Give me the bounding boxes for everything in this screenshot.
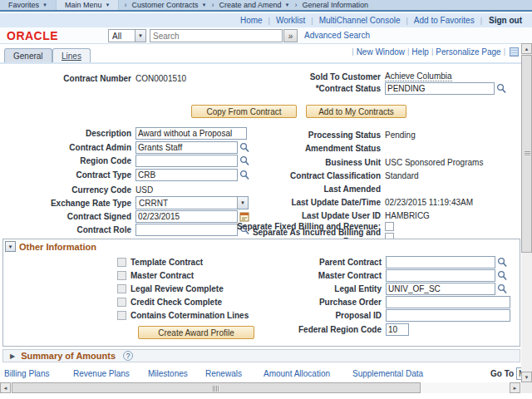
lookup-icon[interactable] bbox=[497, 270, 507, 281]
summary-of-amounts-title[interactable]: Summary of Amounts bbox=[21, 351, 116, 361]
add-to-favorites-link[interactable]: Add to Favorites bbox=[414, 16, 475, 25]
proposal-id-input[interactable] bbox=[386, 309, 510, 322]
last-update-datetime-value: 02/23/2015 11:19:43AM bbox=[385, 198, 473, 207]
scroll-up-button[interactable]: ▲ bbox=[521, 43, 532, 54]
separator: | bbox=[407, 47, 409, 56]
search-go-button[interactable]: » bbox=[283, 29, 298, 42]
help-link[interactable]: Help bbox=[411, 47, 429, 57]
favorites-label: Favorites bbox=[8, 1, 39, 9]
credit-check-complete-checkbox[interactable] bbox=[117, 298, 126, 307]
processing-status-row: Processing Status Pending bbox=[214, 128, 522, 141]
legal-entity-input[interactable] bbox=[386, 283, 495, 295]
breadcrumb: Favorites ▼ Main Menu ▼ › Customer Contr… bbox=[0, 0, 532, 12]
separator: | bbox=[352, 47, 353, 56]
contract-number-value: CON0001510 bbox=[135, 74, 186, 83]
tab-lines[interactable]: Lines bbox=[52, 48, 91, 62]
create-and-amend-label: Create and Amend bbox=[219, 1, 281, 9]
scroll-down-button[interactable]: ▼ bbox=[521, 372, 532, 382]
scroll-right-button[interactable]: ► bbox=[510, 382, 520, 393]
legal-review-complete-checkbox[interactable] bbox=[117, 284, 126, 293]
legal-entity-row: Legal Entity bbox=[215, 282, 507, 295]
breadcrumb-create-and-amend[interactable]: Create and Amend ▼ bbox=[219, 1, 289, 9]
federal-region-code-input[interactable] bbox=[386, 323, 409, 336]
help-icon[interactable]: ? bbox=[123, 351, 133, 361]
scrollbar-grip bbox=[525, 151, 530, 156]
header-links-bar: Home | Worklist | MultiChannel Console |… bbox=[0, 13, 532, 27]
tab-general[interactable]: General bbox=[4, 48, 52, 62]
search-scope-select[interactable]: All ▼ bbox=[108, 29, 146, 42]
chevron-down-icon[interactable]: ▼ bbox=[135, 30, 145, 42]
sign-out-link[interactable]: Sign out bbox=[489, 16, 522, 25]
last-update-datetime-label: Last Update Date/Time bbox=[214, 198, 381, 207]
billing-plans-link[interactable]: Billing Plans bbox=[4, 369, 49, 378]
supplemental-data-link[interactable]: Supplemental Data bbox=[352, 369, 423, 378]
last-amended-row: Last Amended bbox=[214, 182, 522, 195]
revenue-plans-link[interactable]: Revenue Plans bbox=[73, 369, 130, 378]
horizontal-scrollbar-thumb[interactable] bbox=[12, 382, 421, 393]
federal-region-code-row: Federal Region Code bbox=[215, 323, 409, 336]
business-unit-value: USC Sponsored Programs bbox=[385, 158, 483, 167]
description-label: Description bbox=[0, 129, 131, 138]
contract-status-label: *Contract Status bbox=[214, 84, 381, 93]
vertical-scrollbar-thumb[interactable] bbox=[521, 55, 532, 253]
horizontal-scrollbar[interactable]: ◄ ► bbox=[0, 382, 521, 393]
proposal-id-label: Proposal ID bbox=[215, 311, 382, 320]
breadcrumb-favorites[interactable]: Favorites ▼ bbox=[0, 0, 56, 10]
master-contract-field-row: Master Contract bbox=[215, 268, 507, 282]
purchase-order-label: Purchase Order bbox=[215, 298, 382, 307]
federal-region-code-label: Federal Region Code bbox=[215, 325, 382, 334]
copy-url-icon[interactable] bbox=[510, 47, 519, 57]
customer-contracts-label: Customer Contracts bbox=[131, 1, 198, 9]
currency-code-value: USD bbox=[135, 185, 153, 195]
oracle-logo: ORACLE bbox=[7, 29, 58, 42]
breadcrumb-customer-contracts[interactable]: Customer Contracts ▼ bbox=[131, 1, 206, 9]
purchase-order-row: Purchase Order bbox=[215, 295, 510, 308]
copy-from-contract-button[interactable]: Copy From Contract bbox=[191, 105, 297, 118]
purchase-order-input[interactable] bbox=[386, 296, 510, 308]
vertical-scrollbar[interactable]: ▲ ▼ bbox=[521, 43, 532, 382]
home-link[interactable]: Home bbox=[240, 16, 263, 25]
scroll-left-button[interactable]: ◄ bbox=[0, 382, 11, 393]
parent-contract-input[interactable] bbox=[386, 256, 495, 268]
worklist-link[interactable]: Worklist bbox=[276, 16, 305, 25]
template-contract-checkbox[interactable] bbox=[117, 258, 126, 267]
master-contract-checkbox[interactable] bbox=[117, 271, 126, 280]
scrollbar-corner bbox=[521, 382, 532, 393]
separate-fixed-billing-checkbox[interactable] bbox=[385, 222, 394, 231]
personalize-page-link[interactable]: Personalize Page bbox=[436, 47, 500, 57]
breadcrumb-separator-icon: › bbox=[294, 1, 297, 9]
breadcrumb-separator-icon: › bbox=[124, 1, 126, 9]
contract-classification-value: Standard bbox=[385, 171, 419, 180]
credit-check-complete-row: Credit Check Complete bbox=[117, 296, 222, 308]
template-contract-row: Template Contract bbox=[117, 256, 203, 268]
collapse-section-button[interactable]: ▼ bbox=[5, 241, 16, 252]
advanced-search-link[interactable]: Advanced Search bbox=[304, 31, 370, 40]
other-information-section: ▼ Other Information Template Contract Ma… bbox=[2, 239, 520, 347]
lookup-icon[interactable] bbox=[497, 283, 507, 294]
peoplesoft-contract-page: Favorites ▼ Main Menu ▼ › Customer Contr… bbox=[0, 0, 532, 399]
template-contract-label: Template Contract bbox=[131, 258, 203, 267]
sold-to-customer-value[interactable]: Achieve Columbia bbox=[385, 71, 452, 81]
separator: | bbox=[431, 47, 433, 56]
multichannel-console-link[interactable]: MultiChannel Console bbox=[319, 16, 401, 25]
contract-status-input[interactable] bbox=[385, 82, 495, 95]
separator: | bbox=[504, 47, 505, 56]
contract-role-label: Contract Role bbox=[0, 225, 131, 234]
amount-allocation-link[interactable]: Amount Allocation bbox=[264, 369, 330, 378]
milestones-link[interactable]: Milestones bbox=[148, 369, 188, 378]
new-window-link[interactable]: New Window bbox=[357, 47, 405, 57]
proposal-id-row: Proposal ID bbox=[215, 308, 510, 322]
credit-check-complete-label: Credit Check Complete bbox=[131, 298, 222, 307]
separator: | bbox=[480, 17, 482, 25]
add-to-my-contracts-button[interactable]: Add to My Contracts bbox=[306, 105, 406, 118]
search-input[interactable] bbox=[150, 29, 283, 42]
scrollbar-grip bbox=[213, 386, 219, 392]
contains-cotermination-lines-checkbox[interactable] bbox=[117, 311, 126, 320]
master-contract-input[interactable] bbox=[386, 269, 495, 282]
lookup-icon[interactable] bbox=[497, 257, 507, 268]
renewals-link[interactable]: Renewals bbox=[205, 369, 242, 378]
last-update-user-label: Last Update User ID bbox=[214, 211, 381, 220]
lookup-icon[interactable] bbox=[496, 83, 506, 94]
breadcrumb-main-menu[interactable]: Main Menu ▼ bbox=[56, 0, 119, 10]
expand-section-icon[interactable]: ▶ bbox=[10, 352, 15, 360]
